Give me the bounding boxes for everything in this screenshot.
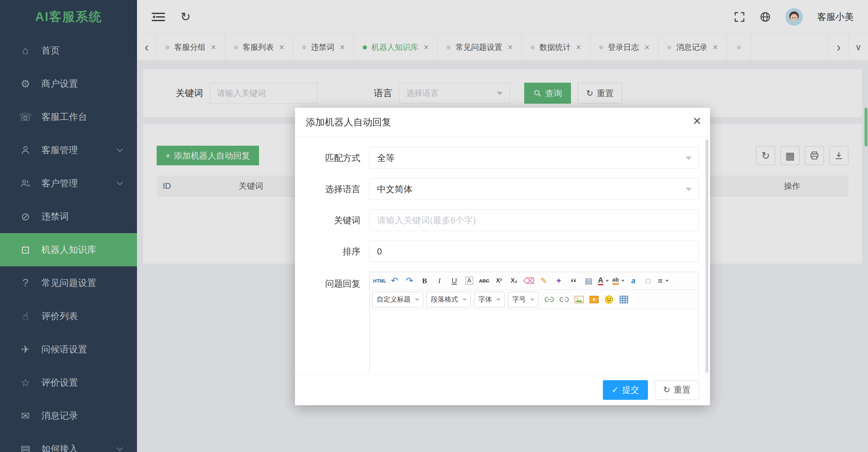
font-style-icon[interactable]: A — [462, 274, 476, 288]
language-value: 中文简体 — [377, 183, 412, 195]
modal-language-select[interactable]: 中文简体 — [369, 178, 699, 200]
image-icon[interactable] — [572, 293, 586, 306]
reply-label: 问题回复 — [295, 272, 360, 290]
match-type-row: 匹配方式 全等 — [295, 147, 710, 169]
chevron-down-icon — [686, 188, 692, 191]
link-icon[interactable] — [542, 293, 556, 306]
match-type-value: 全等 — [377, 152, 395, 164]
media-flash-icon[interactable] — [587, 293, 601, 306]
language-select-label: 选择语言 — [295, 183, 360, 195]
emoji-icon[interactable] — [602, 293, 616, 306]
chevron-down-icon — [530, 298, 535, 301]
chevron-down-icon — [665, 280, 669, 282]
keyword-row: 关键词 — [295, 209, 710, 231]
new-document-icon[interactable]: □ — [641, 274, 655, 288]
list-style-icon[interactable]: ≡ — [656, 274, 670, 288]
editor-content-area[interactable] — [370, 309, 698, 374]
superscript-icon[interactable]: X² — [492, 274, 506, 288]
keyword-field — [369, 209, 699, 231]
remove-format-icon[interactable]: ⌫ — [522, 274, 536, 288]
editor-toolbar-row1: HTML ↶ ↷ B I U A ABC X² X₂ ⌫ ✎ ✦ “ ▤ A a — [370, 272, 698, 290]
auto-format-icon[interactable]: ✦ — [552, 274, 566, 288]
chevron-down-icon — [496, 298, 501, 301]
modal-keyword-input[interactable] — [377, 215, 691, 226]
submit-button[interactable]: ✓ 提交 — [603, 380, 648, 400]
modal-title: 添加机器人自动回复 — [306, 116, 391, 129]
strikethrough-icon[interactable]: ABC — [477, 274, 491, 288]
chevron-down-icon — [415, 298, 419, 301]
anchor-icon[interactable]: a — [626, 274, 640, 288]
refresh-icon: ↻ — [663, 385, 670, 395]
match-type-select[interactable]: 全等 — [369, 147, 699, 169]
match-type-label: 匹配方式 — [295, 152, 360, 164]
chevron-down-icon — [686, 157, 692, 160]
blockquote-icon[interactable]: “ — [567, 274, 581, 288]
bold-icon[interactable]: B — [417, 274, 432, 288]
modal-header: 添加机器人自动回复 — [295, 108, 710, 137]
underline-icon[interactable]: U — [447, 274, 461, 288]
chevron-down-icon — [606, 280, 609, 282]
font-color-icon[interactable]: A — [596, 274, 611, 288]
font-family-dropdown[interactable]: 字体 — [474, 292, 505, 307]
reply-row: 问题回复 HTML ↶ ↷ B I U A ABC X² X₂ ⌫ ✎ ✦ “ — [295, 272, 710, 374]
modal-footer: ✓ 提交 ↻ 重置 — [295, 374, 710, 405]
sort-input[interactable] — [377, 246, 691, 257]
paragraph-format-dropdown[interactable]: 段落格式 — [427, 292, 471, 307]
modal-body: 匹配方式 全等 选择语言 中文简体 关键词 排序 — [295, 137, 710, 374]
add-auto-reply-modal: 添加机器人自动回复 × 匹配方式 全等 选择语言 中文简体 关键词 排序 — [295, 108, 710, 405]
chevron-down-icon — [621, 280, 625, 282]
redo-icon[interactable]: ↷ — [402, 274, 417, 288]
rich-text-editor: HTML ↶ ↷ B I U A ABC X² X₂ ⌫ ✎ ✦ “ ▤ A a — [369, 272, 699, 374]
check-icon: ✓ — [612, 385, 619, 395]
sort-field — [369, 241, 699, 262]
modal-scrollbar-thumb[interactable] — [706, 140, 708, 373]
modal-keyword-label: 关键词 — [295, 214, 360, 226]
format-painter-icon[interactable]: ✎ — [537, 274, 551, 288]
undo-icon[interactable]: ↶ — [388, 274, 402, 288]
highlight-color-icon[interactable]: ab — [611, 274, 626, 288]
modal-reset-button[interactable]: ↻ 重置 — [655, 380, 699, 400]
custom-title-dropdown[interactable]: 自定义标题 — [372, 292, 423, 307]
html-source-icon[interactable]: HTML — [373, 274, 387, 288]
editor-toolbar-row2: 自定义标题 段落格式 字体 字号 — [370, 290, 698, 309]
font-size-dropdown[interactable]: 字号 — [508, 292, 538, 307]
chevron-down-icon — [462, 298, 467, 301]
unlink-icon[interactable] — [557, 293, 571, 306]
paste-icon[interactable]: ▤ — [581, 274, 596, 288]
subscript-icon[interactable]: X₂ — [507, 274, 521, 288]
language-row: 选择语言 中文简体 — [295, 178, 710, 200]
page-scrollbar-thumb[interactable] — [865, 108, 867, 146]
italic-icon[interactable]: I — [432, 274, 447, 288]
table-icon[interactable] — [617, 293, 631, 306]
sort-row: 排序 — [295, 241, 710, 262]
close-icon[interactable]: × — [693, 114, 701, 128]
sort-label: 排序 — [295, 246, 360, 258]
